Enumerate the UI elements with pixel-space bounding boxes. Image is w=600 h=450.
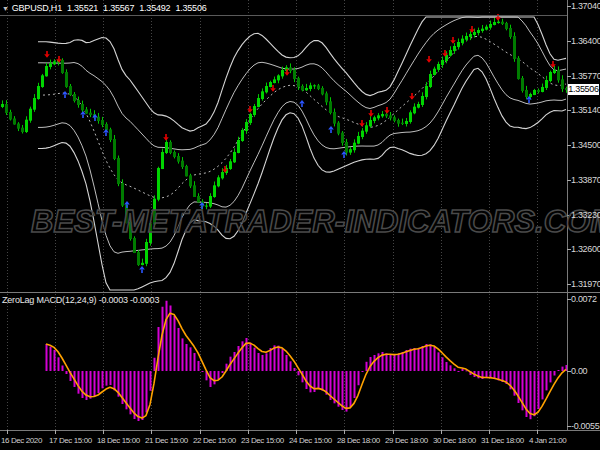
macd-histogram-bar: [434, 347, 436, 371]
candle-bull: [161, 152, 164, 169]
candle-bear: [85, 109, 88, 113]
candle-bear: [197, 196, 200, 202]
macd-histogram-bar: [438, 352, 440, 371]
macd-histogram-bar: [486, 371, 488, 378]
candle-bull: [145, 242, 148, 264]
candle-bull: [265, 86, 268, 92]
candle-bear: [69, 86, 72, 95]
macd-histogram-bar: [102, 371, 104, 388]
candle-bull: [545, 80, 548, 88]
macd-histogram-bar: [286, 355, 288, 371]
sell-arrow-icon: [224, 166, 226, 170]
macd-histogram-bar: [366, 362, 368, 371]
buy-arrow-icon: [64, 95, 66, 98]
candle-bull: [453, 46, 456, 51]
macd-histogram-bar: [538, 371, 540, 409]
price-tick-label: 1.37040: [571, 1, 600, 11]
candle-bull: [533, 90, 536, 95]
watermark: BEST-METATRADER-INDICATORS.COM: [31, 204, 600, 240]
low-value: 1.35492: [139, 3, 170, 13]
macd-histogram-bar: [430, 344, 432, 371]
candle-bear: [317, 85, 320, 89]
candle-bull: [257, 98, 260, 107]
candle-bull: [45, 66, 48, 76]
candle-bear: [517, 58, 520, 79]
macd-histogram-bar: [490, 371, 492, 378]
candle-bull: [417, 104, 420, 108]
macd-histogram-bar: [190, 347, 192, 371]
macd-histogram-bar: [278, 346, 280, 371]
macd-histogram-bar: [266, 353, 268, 371]
candle-bear: [537, 90, 540, 92]
sell-arrow-icon: [359, 123, 365, 127]
sell-arrow-icon: [411, 93, 413, 97]
candle-bear: [289, 67, 292, 71]
candle-bear: [393, 117, 396, 121]
macd-histogram-bar: [66, 371, 68, 374]
candle-bull: [25, 120, 28, 132]
price-tick-label: 1.35140: [571, 105, 600, 115]
candle-bull: [425, 86, 428, 97]
sell-arrow-icon: [368, 113, 374, 117]
candle-bull: [353, 143, 356, 151]
candle-bear: [105, 124, 108, 130]
indicator-tick-label: -0.0055: [571, 421, 599, 431]
candle-bull: [409, 112, 412, 122]
candle-bull: [433, 69, 436, 75]
candle-bear: [557, 70, 560, 80]
candle-bull: [541, 87, 544, 92]
price-tick-label: 1.34500: [571, 140, 600, 150]
candle-bull: [477, 30, 480, 33]
candle-bear: [385, 114, 388, 116]
candle-bear: [21, 128, 24, 132]
buy-arrow-icon: [139, 266, 145, 270]
sell-arrow-icon: [249, 106, 251, 110]
macd-histogram-bar: [386, 353, 388, 371]
macd-histogram-bar: [138, 371, 140, 421]
candle-bull: [1, 104, 4, 107]
candle-bull: [305, 88, 308, 90]
time-tick-label: 29 Dec 18:00: [385, 436, 428, 445]
macd-histogram-bar: [250, 343, 252, 371]
candle-bull: [313, 85, 316, 86]
candle-bear: [321, 88, 324, 94]
candle-bull: [213, 185, 216, 197]
candle-bear: [181, 161, 184, 167]
macd-histogram-bar: [562, 367, 564, 371]
time-tick-label: 28 Dec 18:00: [337, 436, 380, 445]
sell-arrow-icon: [46, 51, 48, 55]
time-tick-label: 21 Dec 15:00: [145, 436, 188, 445]
candle-bear: [173, 152, 176, 157]
macd-histogram-bar: [166, 301, 168, 371]
chart-dropdown-icon[interactable]: ▼: [2, 5, 9, 12]
macd-histogram-bar: [374, 355, 376, 371]
candle-bear: [137, 252, 140, 265]
sell-arrow-icon: [444, 50, 446, 54]
buy-arrow-icon: [82, 115, 84, 118]
candle-bull: [309, 85, 312, 89]
time-axis[interactable]: 16 Dec 202017 Dec 15:0018 Dec 15:0021 De…: [0, 431, 600, 450]
sell-arrow-icon: [452, 37, 454, 41]
candle-bull: [437, 64, 440, 70]
macd-histogram-bar: [446, 362, 448, 371]
macd-signal-line: [46, 313, 566, 418]
macd-histogram-bar: [58, 357, 60, 371]
candle-bull: [365, 125, 368, 131]
macd-histogram-bar: [262, 355, 264, 371]
candle-bull: [269, 82, 272, 87]
macd-histogram-bar: [62, 366, 64, 372]
current-price-badge: 1.35506: [568, 84, 599, 95]
macd-histogram-bar: [274, 345, 276, 371]
macd-histogram-bar: [418, 348, 420, 371]
indicator-label: ZeroLag MACD(12,24,9) -0.0003 -0.0003: [2, 295, 159, 305]
macd-histogram-bar: [238, 346, 240, 371]
macd-histogram-bar: [534, 371, 536, 416]
macd-histogram-bar: [170, 306, 172, 372]
candle-bear: [13, 118, 16, 124]
macd-histogram-bar: [254, 348, 256, 371]
buy-arrow-icon: [328, 126, 334, 130]
candle-bull: [241, 130, 244, 141]
candle-bear: [101, 120, 104, 125]
sell-arrow-icon: [552, 61, 554, 65]
candle-bear: [389, 115, 392, 118]
